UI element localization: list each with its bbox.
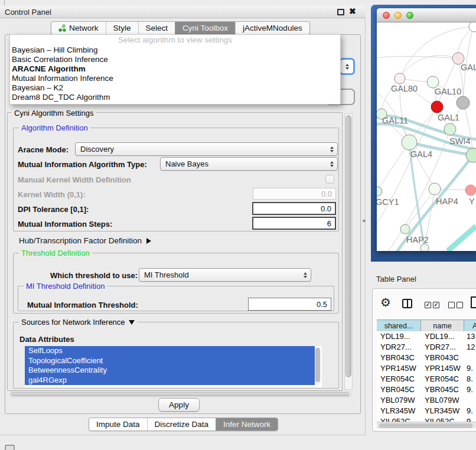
apply-button[interactable]: Apply (158, 398, 200, 412)
node-gray[interactable] (457, 96, 470, 109)
node-gal80[interactable] (395, 73, 405, 84)
close-icon[interactable]: ✖ (349, 6, 356, 16)
control-panel-title: Control Panel (5, 7, 51, 18)
dpi-tolerance-input[interactable]: 0.0 (252, 202, 336, 215)
deselect-all-checkbox-icon[interactable] (457, 302, 463, 308)
settings-vertical-scrollbar[interactable] (344, 113, 353, 390)
aracne-mode-value: Discovery (80, 145, 114, 154)
tab-cyni-toolbox-label: Cyni Toolbox (182, 24, 228, 32)
deselect-all-checkbox-icon[interactable] (448, 302, 455, 308)
tab-cyni-toolbox[interactable]: Cyni Toolbox (175, 22, 235, 34)
dropdown-item-mutual-information[interactable]: Mutual Information Inference (10, 74, 340, 83)
label-gal10: GAL10 (435, 87, 461, 96)
table-horizontal-scrollbar[interactable] (377, 422, 476, 428)
list-item-topologicalcoefficient[interactable]: TopologicalCoefficient (25, 356, 315, 366)
scrollbar-thumb[interactable] (315, 348, 320, 382)
tab-impute-data-label: Impute Data (96, 420, 140, 429)
spinner-icon (330, 146, 334, 152)
table-row[interactable]: YPR145W YPR145W 9. (377, 363, 476, 374)
column-header-partial[interactable]: A (464, 320, 476, 332)
zoom-traffic-light-icon[interactable] (406, 12, 413, 19)
tab-select[interactable]: Select (138, 22, 175, 34)
table-body: YDL19... YDL19... 13 YDR27... YDR27... 1… (377, 331, 476, 422)
list-item-betweennesscentrality[interactable]: BetweennessCentrality (25, 366, 315, 376)
node-gcy1[interactable] (377, 187, 382, 196)
cell: YBL079W (421, 395, 464, 406)
table-row[interactable]: YLR345W YLR345W 9. (377, 406, 476, 416)
list-item-selfloops[interactable]: SelfLoops (25, 346, 315, 356)
aracne-mode-label: Aracne Mode: (18, 145, 69, 154)
table-row[interactable]: YDR27... YDR27... 12 (377, 342, 476, 353)
mi-steps-input[interactable]: 6 (252, 217, 336, 230)
cell: YLR345W (421, 406, 464, 416)
combo-spinner-focused[interactable] (339, 58, 355, 75)
table-row[interactable]: YBR045C YBR045C 9. (377, 384, 476, 395)
table-row[interactable]: YBL079W YBL079W (377, 395, 476, 406)
select-all-checkbox-icon[interactable]: ✓ (433, 302, 439, 308)
scrollbar-thumb[interactable] (345, 115, 351, 377)
mi-threshold-input[interactable]: 0.5 (248, 298, 331, 311)
attributes-list-scrollbar[interactable] (315, 347, 321, 385)
node-unlabeled-bottom[interactable] (420, 244, 429, 251)
close-traffic-light-icon[interactable] (383, 12, 390, 19)
cell: 8. (464, 374, 476, 384)
tab-style[interactable]: Style (106, 22, 138, 34)
node-gal1[interactable] (444, 123, 456, 135)
dropdown-item-dream8[interactable]: Dream8 DC_TDC Algorithm (10, 93, 340, 102)
node-selected-red[interactable] (431, 101, 443, 113)
node-gal10[interactable] (427, 76, 439, 88)
network-icon (58, 24, 66, 32)
columns-icon[interactable] (402, 299, 412, 308)
scrollbar-thumb[interactable] (11, 392, 350, 396)
cell: YDL19... (377, 331, 421, 342)
network-window-titlebar[interactable] (377, 8, 476, 22)
export-table-icon[interactable] (471, 296, 476, 308)
table-row[interactable]: YER054C YER054C 8. (377, 374, 476, 384)
dropdown-item-aracne[interactable]: ARACNE Algorithm (10, 64, 340, 74)
label-gal4: GAL4 (410, 149, 432, 159)
node-salmon[interactable] (465, 185, 476, 195)
float-window-icon[interactable] (337, 9, 344, 15)
tab-jactivemnodules[interactable]: jActiveMNodules (235, 22, 309, 34)
hub-definition-toggle[interactable]: Hub/Transcription Factor Definition (19, 236, 151, 245)
settings-horizontal-scrollbar[interactable] (9, 391, 352, 397)
column-header-shared-name[interactable]: shared... (377, 320, 421, 332)
algorithm-definition-title: Algorithm Definition (19, 123, 90, 132)
table-row[interactable]: YDL19... YDL19... 13 (377, 331, 476, 342)
scrollbar-thumb[interactable] (379, 423, 472, 428)
node-hap2[interactable] (400, 224, 410, 234)
cell: YPR145W (421, 363, 464, 374)
spinner-down-icon (345, 67, 349, 70)
mi-algorithm-type-select[interactable]: Naive Bayes (160, 157, 338, 171)
sources-toggle[interactable]: Sources for Network Inference (19, 318, 137, 327)
list-item-gal4rgexp[interactable]: gal4RGexp (25, 376, 315, 386)
dropdown-item-bayesian-hill-climbing[interactable]: Bayesian – Hill Climbing (10, 45, 340, 55)
dropdown-item-bayesian-k2[interactable]: Bayesian – K2 (10, 83, 340, 93)
tab-infer-network[interactable]: Infer Network (216, 418, 278, 431)
cell: 9. (464, 406, 476, 416)
cell: YDR27... (421, 342, 464, 353)
table-panel-title: Table Panel (376, 275, 416, 283)
node-hap4[interactable] (429, 183, 441, 195)
cell: 13 (464, 331, 476, 342)
node-unlabeled-top[interactable] (469, 22, 476, 32)
minimize-traffic-light-icon[interactable] (395, 12, 402, 19)
gear-icon[interactable]: ⚙ (380, 296, 391, 308)
column-header-name[interactable]: name (421, 320, 464, 332)
which-threshold-select[interactable]: MI Threshold (139, 268, 311, 282)
mi-steps-label: Mutual Information Steps: (18, 220, 112, 229)
cell: YIL052C (421, 416, 464, 422)
aracne-mode-select[interactable]: Discovery (75, 142, 338, 156)
tab-impute-data[interactable]: Impute Data (89, 418, 147, 431)
node-gal4[interactable] (402, 135, 417, 150)
cell: 12 (464, 342, 476, 353)
table-row[interactable]: YBR043C YBR043C (377, 353, 476, 363)
network-canvas[interactable]: GAL GAL80 GAL10 GAL1 GAL11 SWI4 GAL4 GCY… (377, 22, 476, 251)
dropdown-item-basic-correlation[interactable]: Basic Correlation Inference (10, 55, 340, 64)
table-row[interactable]: YIL052C YIL052C 9. (377, 416, 476, 422)
tab-network[interactable]: Network (51, 22, 106, 34)
select-all-checkbox-icon[interactable]: ✓ (425, 302, 431, 308)
cell: YDL19... (421, 331, 464, 342)
tab-discretize-data[interactable]: Discretize Data (147, 418, 216, 431)
splitter-handle-icon[interactable] (362, 219, 365, 223)
